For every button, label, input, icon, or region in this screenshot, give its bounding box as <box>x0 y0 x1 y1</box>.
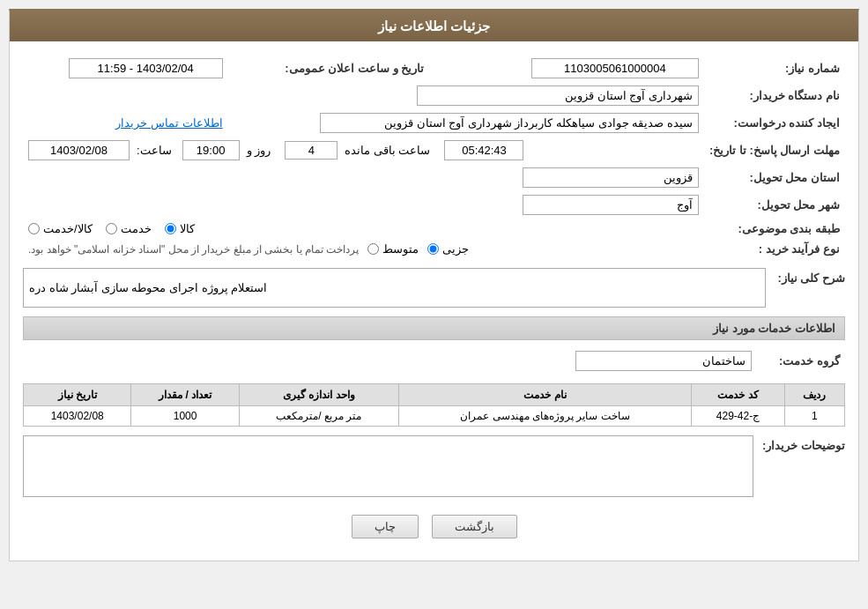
purchase-type-note: پرداخت تمام یا بخشی از مبلغ خریدار از مح… <box>28 243 359 256</box>
need-number-input[interactable] <box>531 58 699 78</box>
purchase-motavaset-item[interactable]: متوسط <box>367 242 419 256</box>
col-name: نام خدمت <box>398 384 691 406</box>
category-kala-khadamat-item[interactable]: کالا/خدمت <box>28 222 93 235</box>
services-table: ردیف کد خدمت نام خدمت واحد اندازه گیری ت… <box>23 383 845 427</box>
province-input[interactable] <box>523 167 699 188</box>
deadline-days-input[interactable] <box>285 141 338 160</box>
deadline-time-input[interactable] <box>182 140 240 160</box>
category-khadamat-label: خدمت <box>121 222 152 235</box>
deadline-days-label: روز و <box>247 144 271 157</box>
creator-input[interactable] <box>320 113 699 133</box>
page-title: جزئیات اطلاعات نیاز <box>378 19 490 33</box>
category-khadamat-item[interactable]: خدمت <box>106 222 152 235</box>
creator-label: ایجاد کننده درخواست: <box>704 109 845 137</box>
category-khadamat-radio[interactable] <box>106 223 117 234</box>
date-label: تاریخ و ساعت اعلان عمومی: <box>228 55 429 82</box>
deadline-remaining-input[interactable] <box>444 140 523 160</box>
service-group-input[interactable] <box>575 351 752 371</box>
print-button[interactable]: چاپ <box>352 515 419 538</box>
need-desc-label: شرح کلی نیاز: <box>775 268 845 285</box>
buyer-org-input[interactable] <box>417 85 699 106</box>
services-section-header: اطلاعات خدمات مورد نیاز <box>23 316 845 340</box>
buyer-org-value <box>23 82 704 109</box>
col-quantity: تعداد / مقدار <box>131 384 239 406</box>
button-row: بازگشت چاپ <box>23 506 845 547</box>
category-kala-radio[interactable] <box>165 223 176 234</box>
purchase-motavaset-radio[interactable] <box>367 243 379 255</box>
need-number-label: شماره نیاز: <box>704 55 845 82</box>
buyer-notes-label: توضیحات خریدار: <box>762 435 845 452</box>
deadline-remaining-label: ساعت باقی مانده <box>345 144 430 157</box>
contact-link-cell: اطلاعات تماس خریدار <box>23 109 228 137</box>
col-unit: واحد اندازه گیری <box>239 384 398 406</box>
back-button[interactable]: بازگشت <box>432 515 517 538</box>
table-cell-date: 1403/02/08 <box>24 406 131 427</box>
purchase-jozi-label: جزیی <box>442 242 469 256</box>
date-value <box>23 55 228 82</box>
table-cell-quantity: 1000 <box>131 406 239 427</box>
purchase-type-label: نوع فرآیند خرید : <box>704 239 845 259</box>
deadline-date-input[interactable] <box>28 140 130 160</box>
need-description-area: شرح کلی نیاز: استعلام پروژه اجرای محوطه … <box>23 268 845 308</box>
category-kala-khadamat-label: کالا/خدمت <box>43 222 93 235</box>
buyer-notes-row: توضیحات خریدار: <box>23 435 845 497</box>
city-input[interactable] <box>523 195 699 215</box>
col-code: کد خدمت <box>692 384 784 406</box>
service-group-value <box>23 347 757 375</box>
service-group-label: گروه خدمت: <box>757 347 845 375</box>
category-options: کالا/خدمت خدمت کالا <box>23 219 704 239</box>
date-input[interactable] <box>69 58 223 78</box>
table-row: 1ج-42-429ساخت سایر پروژه‌های مهندسی عمرا… <box>24 406 845 427</box>
table-cell-code: ج-42-429 <box>692 406 784 427</box>
table-cell-name: ساخت سایر پروژه‌های مهندسی عمران <box>398 406 691 427</box>
buyer-org-label: نام دستگاه خریدار: <box>704 82 845 109</box>
info-table-top: شماره نیاز: تاریخ و ساعت اعلان عمومی: نا… <box>23 55 845 259</box>
deadline-label: مهلت ارسال پاسخ: تا تاریخ: <box>704 137 845 164</box>
purchase-type-row: پرداخت تمام یا بخشی از مبلغ خریدار از مح… <box>23 239 704 259</box>
need-desc-box[interactable]: استعلام پروژه اجرای محوطه سازی آبشار شاه… <box>23 268 766 308</box>
purchase-jozi-radio[interactable] <box>427 243 439 255</box>
purchase-jozi-item[interactable]: جزیی <box>427 242 469 256</box>
need-number-value <box>464 55 704 82</box>
category-kala-label: کالا <box>180 222 195 235</box>
service-group-table: گروه خدمت: <box>23 347 845 375</box>
table-cell-row: 1 <box>784 406 844 427</box>
city-value <box>23 191 704 219</box>
col-date: تاریخ نیاز <box>24 384 131 406</box>
main-card: جزئیات اطلاعات نیاز شماره نیاز: تاریخ و … <box>9 9 859 561</box>
deadline-time-label: ساعت: <box>137 144 172 157</box>
category-kala-khadamat-radio[interactable] <box>28 223 40 234</box>
city-label: شهر محل تحویل: <box>704 191 845 219</box>
creator-value <box>228 109 704 137</box>
province-label: استان محل تحویل: <box>704 164 845 191</box>
category-kala-item[interactable]: کالا <box>165 222 195 235</box>
table-cell-unit: متر مربع /مترمکعب <box>239 406 398 427</box>
category-label: طبقه بندی موضوعی: <box>704 219 845 239</box>
col-row: ردیف <box>784 384 844 406</box>
page-header: جزئیات اطلاعات نیاز <box>10 11 858 41</box>
deadline-row: ساعت: روز و ساعت باقی مانده <box>23 137 704 164</box>
card-body: شماره نیاز: تاریخ و ساعت اعلان عمومی: نا… <box>10 41 858 561</box>
buyer-notes-box[interactable] <box>23 435 753 497</box>
contact-link[interactable]: اطلاعات تماس خریدار <box>115 116 222 130</box>
province-value <box>23 164 704 191</box>
purchase-motavaset-label: متوسط <box>382 242 419 256</box>
